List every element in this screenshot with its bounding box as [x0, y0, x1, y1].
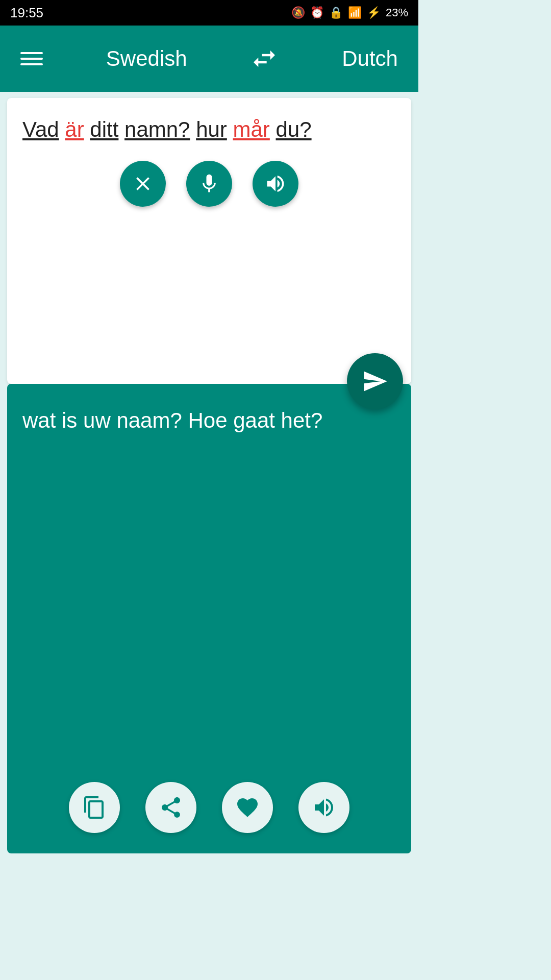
- status-time: 19:55: [10, 5, 43, 21]
- share-button[interactable]: [145, 782, 196, 833]
- word-du[interactable]: du?: [276, 117, 312, 141]
- speak-translation-button[interactable]: [298, 782, 349, 833]
- menu-line-2: [20, 58, 43, 60]
- clear-button[interactable]: [120, 161, 166, 207]
- alarm-icon: ⏰: [310, 6, 324, 19]
- target-language-selector[interactable]: Dutch: [342, 46, 398, 71]
- notification-icon: 🔕: [291, 6, 305, 19]
- copy-button[interactable]: [69, 782, 120, 833]
- menu-button[interactable]: [20, 52, 43, 65]
- source-language-selector[interactable]: Swedish: [106, 46, 187, 71]
- source-input-panel: Vad är ditt namn? hur mår du?: [7, 98, 411, 384]
- translated-text-display: wat is uw naam? Hoe gaat het?: [22, 404, 396, 436]
- favorite-button[interactable]: [222, 782, 273, 833]
- signal-icon: 📶: [348, 6, 362, 19]
- battery-level: 23%: [386, 6, 408, 19]
- word-ar[interactable]: är: [65, 117, 84, 141]
- status-icons: 🔕 ⏰ 🔒 📶 ⚡ 23%: [291, 6, 408, 19]
- translation-controls: [7, 782, 411, 833]
- speak-source-button[interactable]: [253, 161, 298, 207]
- menu-line-1: [20, 52, 43, 54]
- source-controls: [22, 161, 396, 217]
- status-bar: 19:55 🔕 ⏰ 🔒 📶 ⚡ 23%: [0, 0, 418, 26]
- lock-icon: 🔒: [329, 6, 343, 19]
- word-namn[interactable]: namn?: [124, 117, 190, 141]
- swap-languages-button[interactable]: [250, 44, 279, 73]
- translation-output-panel: wat is uw naam? Hoe gaat het?: [7, 384, 411, 853]
- send-button[interactable]: [347, 353, 403, 409]
- source-text-display: Vad är ditt namn? hur mår du?: [22, 113, 396, 145]
- charge-icon: ⚡: [367, 6, 381, 19]
- microphone-button[interactable]: [186, 161, 232, 207]
- word-hur[interactable]: hur: [196, 117, 227, 141]
- word-ditt[interactable]: ditt: [90, 117, 118, 141]
- menu-line-3: [20, 63, 43, 65]
- word-mar[interactable]: mår: [233, 117, 270, 141]
- word-vad[interactable]: Vad: [22, 117, 59, 141]
- app-header: Swedish Dutch: [0, 26, 418, 92]
